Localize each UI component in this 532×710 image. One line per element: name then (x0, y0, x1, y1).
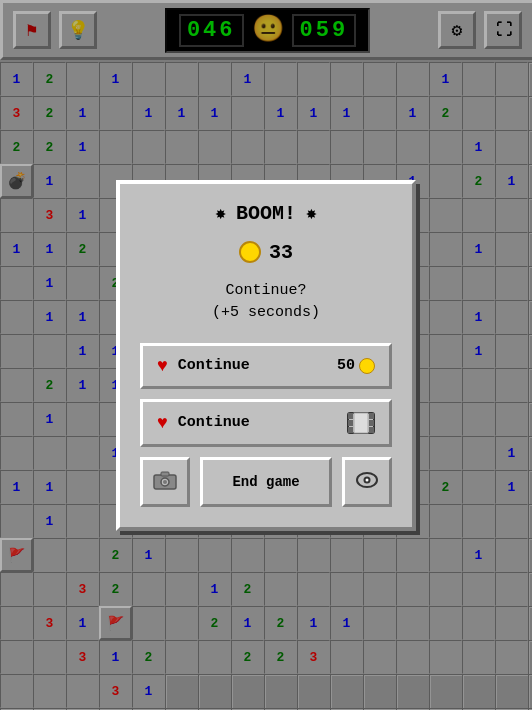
boom-modal: ✸ BOOM! ✸ 33 Continue? (+5 seconds) ♥ Co… (116, 180, 416, 531)
bottom-row: End game (140, 457, 392, 507)
boom-title-text: BOOM! (236, 202, 296, 225)
svg-rect-5 (369, 420, 374, 426)
small-coin-icon (359, 358, 375, 374)
continue-coin-label: Continue (178, 357, 337, 374)
svg-rect-4 (369, 413, 374, 419)
eye-icon (355, 471, 379, 493)
coin-icon (239, 241, 261, 263)
star-right-icon: ✸ (306, 202, 317, 224)
continue-line1: Continue? (140, 280, 392, 303)
continue-coin-button[interactable]: ♥ Continue 50 (140, 343, 392, 389)
svg-rect-11 (161, 472, 169, 476)
heart-icon-1: ♥ (157, 356, 168, 376)
film-icon (347, 412, 375, 434)
continue-line2: (+5 seconds) (140, 302, 392, 325)
continue-prompt: Continue? (+5 seconds) (140, 280, 392, 325)
svg-point-14 (366, 478, 369, 481)
camera-icon (153, 470, 177, 494)
screenshot-button[interactable] (140, 457, 190, 507)
coin-count: 33 (269, 241, 293, 264)
end-game-label: End game (232, 474, 299, 490)
svg-rect-6 (369, 427, 374, 433)
coin-cost: 50 (337, 357, 375, 374)
eye-button[interactable] (342, 457, 392, 507)
continue-film-label: Continue (178, 414, 341, 431)
continue-film-button[interactable]: ♥ Continue (140, 399, 392, 447)
end-game-button[interactable]: End game (200, 457, 332, 507)
heart-icon-2: ♥ (157, 413, 168, 433)
modal-backdrop: ✸ BOOM! ✸ 33 Continue? (+5 seconds) ♥ Co… (0, 0, 532, 710)
svg-rect-7 (354, 413, 368, 433)
svg-rect-2 (348, 420, 353, 426)
coin-display: 33 (140, 241, 392, 264)
coin-cost-number: 50 (337, 357, 355, 374)
star-left-icon: ✸ (215, 202, 226, 224)
svg-rect-1 (348, 413, 353, 419)
svg-rect-3 (348, 427, 353, 433)
svg-point-10 (163, 480, 167, 484)
modal-title: ✸ BOOM! ✸ (140, 202, 392, 225)
